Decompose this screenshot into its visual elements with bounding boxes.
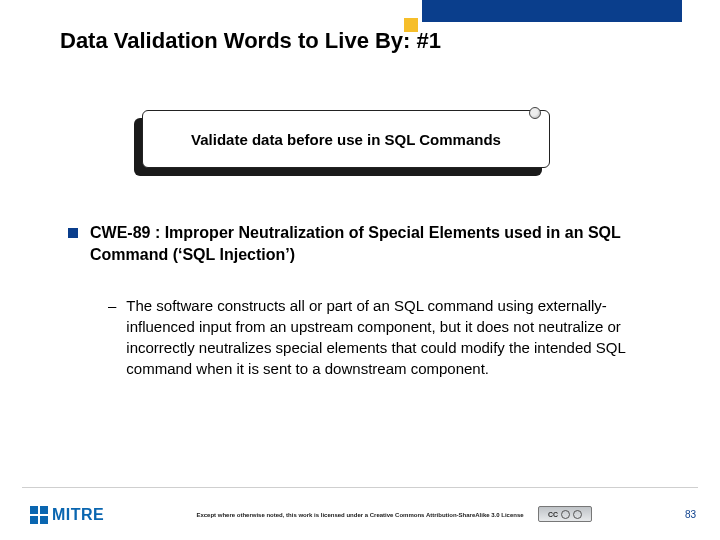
bullet-main-text: CWE-89 : Improper Neutralization of Spec… — [90, 222, 668, 265]
square-bullet-icon — [68, 228, 78, 238]
footer-divider — [22, 487, 698, 488]
cc-badge: CC — [538, 506, 592, 522]
bullet-row: CWE-89 : Improper Neutralization of Spec… — [68, 222, 668, 265]
sub-bullet-text: The software constructs all or part of a… — [126, 295, 668, 379]
slide-title: Data Validation Words to Live By: #1 — [60, 28, 441, 54]
cc-label: CC — [548, 511, 558, 518]
sub-bullet-row: – The software constructs all or part of… — [108, 295, 668, 379]
dash-bullet-icon: – — [108, 295, 116, 316]
cc-by-icon — [561, 510, 570, 519]
header-accent-bar — [422, 0, 682, 22]
cc-sa-icon — [573, 510, 582, 519]
slide: Data Validation Words to Live By: #1 Val… — [0, 0, 720, 540]
callout-text: Validate data before use in SQL Commands — [191, 131, 501, 148]
page-number: 83 — [685, 509, 696, 520]
license-text: Except where otherwise noted, this work … — [0, 512, 720, 518]
callout-box: Validate data before use in SQL Commands — [142, 110, 550, 172]
sub-bullet-block: – The software constructs all or part of… — [108, 295, 668, 379]
callout-front: Validate data before use in SQL Commands — [142, 110, 550, 168]
scroll-knob-icon — [529, 107, 541, 119]
bullet-block: CWE-89 : Improper Neutralization of Spec… — [68, 222, 668, 379]
